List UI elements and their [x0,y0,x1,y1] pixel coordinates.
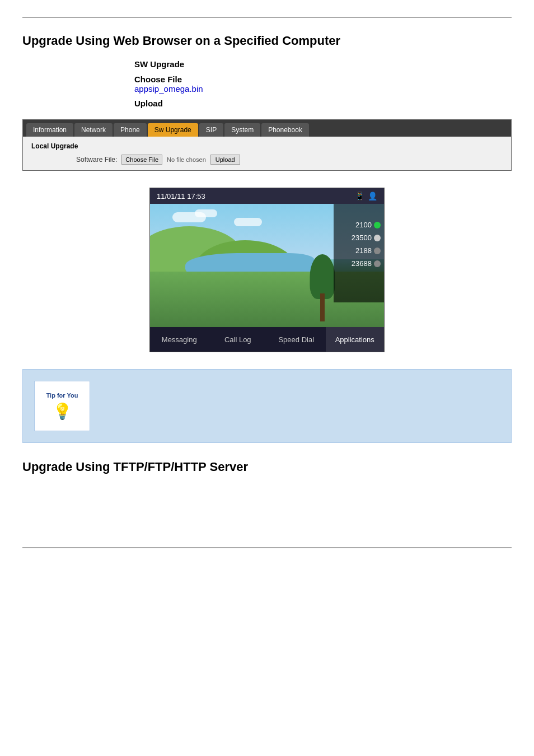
page-container: Upgrade Using Web Browser on a Specified… [0,34,534,530]
file-name-link[interactable]: appsip_omega.bin [134,84,203,94]
bottom-spacer [22,486,512,530]
dot-2188 [374,248,381,254]
tab-applications[interactable]: Applications [326,327,385,352]
tab-sw-upgrade[interactable]: Sw Upgrade [148,123,198,137]
phone-ui-wrapper: 11/01/11 17:53 📱 👤 [22,188,512,352]
phone-status-bar: 11/01/11 17:53 📱 👤 [150,188,384,204]
tab-system[interactable]: System [224,123,260,137]
cloud-2 [195,209,217,217]
local-upgrade-title: Local Upgrade [31,142,503,150]
tip-box: Tip for You 💡 [22,369,512,443]
sim-icon: 📱 [355,192,364,200]
tab-network[interactable]: Network [74,123,113,137]
phone-landscape: 2100 23500 2188 23688 [150,204,384,327]
phone-bottom-bar: Messaging Call Log Speed Dial Applicatio… [150,327,384,352]
local-upgrade-row: Software File: Choose File No file chose… [76,155,503,165]
number-23688: 23688 [352,259,372,268]
number-2100: 2100 [355,221,372,229]
choose-file-button[interactable]: Choose File [121,155,162,165]
tab-call-log[interactable]: Call Log [209,327,268,352]
phone-numbers: 2100 23500 2188 23688 [334,204,384,302]
tip-label: Tip for You [46,392,78,399]
bottom-divider [22,547,512,548]
tree [314,254,331,321]
number-item-2100: 2100 [334,221,384,229]
router-panel: Information Network Phone Sw Upgrade SIP… [22,119,512,171]
tab-phone[interactable]: Phone [114,123,147,137]
dot-2100 [374,222,381,228]
bottom-section-title: Upgrade Using TFTP/FTP/HTTP Server [22,460,512,474]
lightbulb-icon: 💡 [53,402,72,421]
tab-phonebook[interactable]: Phonebook [261,123,309,137]
dot-23688 [374,260,381,267]
phone-datetime: 11/01/11 17:53 [157,192,205,200]
page-title: Upgrade Using Web Browser on a Specified… [22,34,512,48]
number-2188: 2188 [355,246,372,255]
upload-label: Upload [134,99,512,108]
tip-icon-box: Tip for You 💡 [34,381,90,431]
top-divider [22,17,512,18]
number-item-23688: 23688 [334,259,384,268]
tree-top [310,254,335,299]
phone-ui: 11/01/11 17:53 📱 👤 [149,188,385,352]
person-icon: 👤 [368,192,377,200]
software-file-label: Software File: [76,156,117,164]
tab-sip[interactable]: SIP [199,123,223,137]
number-item-2188: 2188 [334,246,384,255]
sw-upgrade-block: SW Upgrade Choose File appsip_omega.bin … [134,59,512,108]
cloud-3 [234,218,262,226]
tip-content [101,381,500,414]
no-file-text: No file chosen [167,156,206,163]
router-content: Local Upgrade Software File: Choose File… [23,137,511,170]
router-nav: Information Network Phone Sw Upgrade SIP… [23,120,511,137]
upload-button[interactable]: Upload [210,155,240,165]
phone-icons: 📱 👤 [355,192,377,200]
tree-trunk [320,293,325,321]
tab-messaging[interactable]: Messaging [150,327,209,352]
choose-file-block: Choose File appsip_omega.bin [134,74,512,94]
number-item-23500: 23500 [334,234,384,242]
tab-information[interactable]: Information [26,123,73,137]
tab-speed-dial[interactable]: Speed Dial [267,327,326,352]
dot-23500 [374,235,381,241]
sw-upgrade-label: SW Upgrade [134,59,512,69]
number-23500: 23500 [352,234,372,242]
choose-file-label: Choose File [134,74,512,84]
